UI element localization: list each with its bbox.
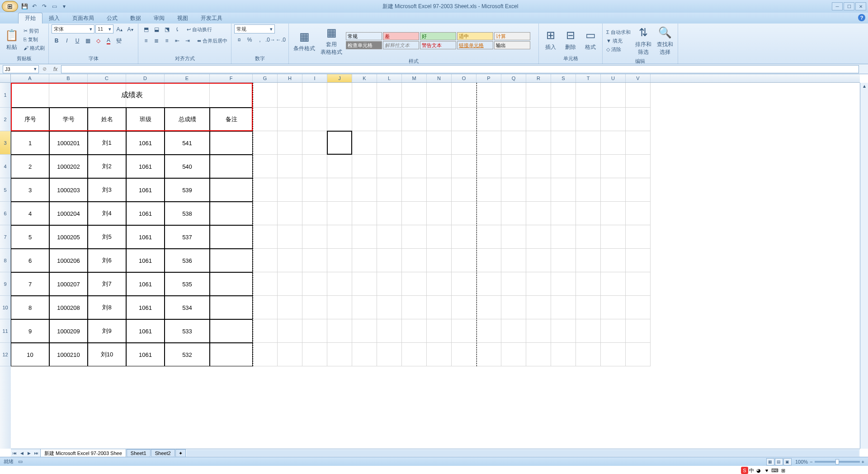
table-cell-r5-c4[interactable]: 539 bbox=[165, 178, 210, 202]
table-cell-r5-c1[interactable]: 1000203 bbox=[49, 178, 88, 202]
sheet-tab-2[interactable]: Sheet1 bbox=[127, 449, 151, 457]
cell-T4[interactable] bbox=[576, 155, 601, 178]
table-cell-r6-c3[interactable]: 1061 bbox=[126, 202, 165, 225]
insert-cells-button[interactable]: ⊞插入 bbox=[542, 27, 560, 52]
cell-Q10[interactable] bbox=[501, 296, 526, 319]
table-cell-r8-c2[interactable]: 刘6 bbox=[88, 249, 126, 272]
cell-I10[interactable] bbox=[302, 296, 327, 319]
cell-G10[interactable] bbox=[253, 296, 278, 319]
cell-S3[interactable] bbox=[551, 131, 576, 155]
cell-N1[interactable] bbox=[427, 83, 452, 108]
cut-button[interactable]: ✂剪切 bbox=[23, 27, 46, 35]
cell-L10[interactable] bbox=[377, 296, 402, 319]
table-cell-r6-c5[interactable] bbox=[210, 202, 253, 225]
style-warn[interactable]: 警告文本 bbox=[420, 41, 456, 49]
table-cell-r11-c5[interactable] bbox=[210, 319, 253, 343]
table-cell-r4-c5[interactable] bbox=[210, 155, 253, 178]
cell-S4[interactable] bbox=[551, 155, 576, 178]
col-header-E[interactable]: E bbox=[165, 74, 210, 82]
cell-G11[interactable] bbox=[253, 319, 278, 343]
cell-G12[interactable] bbox=[253, 343, 278, 366]
zoom-slider[interactable] bbox=[815, 461, 860, 463]
cell-H4[interactable] bbox=[278, 155, 302, 178]
cell-Q6[interactable] bbox=[501, 202, 526, 225]
table-title[interactable]: 成绩表 bbox=[11, 83, 253, 108]
cell-K9[interactable] bbox=[352, 272, 377, 296]
cell-I11[interactable] bbox=[302, 319, 327, 343]
col-header-G[interactable]: G bbox=[253, 74, 278, 82]
table-cell-r9-c2[interactable]: 刘7 bbox=[88, 272, 126, 296]
cell-S5[interactable] bbox=[551, 178, 576, 202]
style-output[interactable]: 输出 bbox=[494, 41, 530, 49]
cell-P5[interactable] bbox=[476, 178, 501, 202]
tab-formulas[interactable]: 公式 bbox=[100, 13, 124, 24]
cell-M9[interactable] bbox=[402, 272, 427, 296]
cell-K1[interactable] bbox=[352, 83, 377, 108]
col-header-C[interactable]: C bbox=[88, 74, 126, 82]
table-cell-r12-c3[interactable]: 1061 bbox=[126, 343, 165, 366]
cell-S10[interactable] bbox=[551, 296, 576, 319]
cell-G2[interactable] bbox=[253, 108, 278, 131]
tab-layout[interactable]: 页面布局 bbox=[66, 13, 100, 24]
table-cell-r9-c4[interactable]: 535 bbox=[165, 272, 210, 296]
cell-V4[interactable] bbox=[626, 155, 651, 178]
cell-G3[interactable] bbox=[253, 131, 278, 155]
indent-inc-button[interactable]: ⇥ bbox=[183, 36, 193, 46]
cell-L9[interactable] bbox=[377, 272, 402, 296]
cell-Q2[interactable] bbox=[501, 108, 526, 131]
copy-button[interactable]: ⎘复制 bbox=[23, 36, 46, 43]
cell-R6[interactable] bbox=[526, 202, 551, 225]
row-header-10[interactable]: 10 bbox=[0, 296, 11, 319]
cell-U7[interactable] bbox=[601, 225, 626, 249]
row-header-9[interactable]: 9 bbox=[0, 272, 11, 296]
table-cell-r11-c1[interactable]: 1000209 bbox=[49, 319, 88, 343]
cell-grid[interactable]: 成绩表序号学号姓名班级总成绩备注11000201刘110615412100020… bbox=[11, 83, 860, 449]
cell-K12[interactable] bbox=[352, 343, 377, 366]
select-all-corner[interactable] bbox=[0, 74, 11, 82]
cell-L8[interactable] bbox=[377, 249, 402, 272]
tab-nav-last[interactable]: ⏭ bbox=[33, 450, 40, 457]
comma-button[interactable]: , bbox=[255, 35, 265, 45]
table-cell-r3-c3[interactable]: 1061 bbox=[126, 131, 165, 155]
cell-G9[interactable] bbox=[253, 272, 278, 296]
cell-S6[interactable] bbox=[551, 202, 576, 225]
row-header-2[interactable]: 2 bbox=[0, 108, 11, 131]
table-cell-r7-c5[interactable] bbox=[210, 225, 253, 249]
cell-R9[interactable] bbox=[526, 272, 551, 296]
tab-nav-prev[interactable]: ◀ bbox=[18, 450, 25, 457]
col-header-M[interactable]: M bbox=[402, 74, 427, 82]
sheet-tab-1[interactable]: 新建 Microsoft Excel 97-2003 Shee bbox=[40, 449, 126, 457]
tab-insert[interactable]: 插入 bbox=[42, 13, 66, 24]
underline-button[interactable]: U bbox=[72, 36, 82, 46]
inc-decimal-button[interactable]: .0→ bbox=[265, 35, 275, 45]
style-explain[interactable]: 解释性文本 bbox=[383, 41, 419, 49]
table-cell-r7-c3[interactable]: 1061 bbox=[126, 225, 165, 249]
format-cells-button[interactable]: ▭格式 bbox=[581, 27, 599, 52]
format-painter-button[interactable]: 🖌格式刷 bbox=[23, 44, 46, 52]
table-cell-r3-c4[interactable]: 541 bbox=[165, 131, 210, 155]
table-cell-r6-c2[interactable]: 刘4 bbox=[88, 202, 126, 225]
table-cell-r10-c4[interactable]: 534 bbox=[165, 296, 210, 319]
style-bad[interactable]: 差 bbox=[383, 32, 419, 40]
cell-L4[interactable] bbox=[377, 155, 402, 178]
cell-R5[interactable] bbox=[526, 178, 551, 202]
table-cell-r6-c4[interactable]: 538 bbox=[165, 202, 210, 225]
col-header-N[interactable]: N bbox=[427, 74, 452, 82]
border-button[interactable]: ▦ bbox=[83, 36, 93, 46]
cell-O1[interactable] bbox=[452, 83, 476, 108]
cell-P3[interactable] bbox=[476, 131, 501, 155]
cell-J3[interactable] bbox=[327, 131, 352, 155]
cell-G7[interactable] bbox=[253, 225, 278, 249]
col-header-O[interactable]: O bbox=[452, 74, 476, 82]
qat-undo[interactable]: ↶ bbox=[30, 2, 39, 11]
table-cell-r11-c2[interactable]: 刘9 bbox=[88, 319, 126, 343]
align-right-button[interactable]: ≡ bbox=[162, 36, 172, 46]
table-cell-r10-c2[interactable]: 刘8 bbox=[88, 296, 126, 319]
cell-K11[interactable] bbox=[352, 319, 377, 343]
align-center-button[interactable]: ≣ bbox=[151, 36, 161, 46]
cell-V1[interactable] bbox=[626, 83, 651, 108]
cell-R1[interactable] bbox=[526, 83, 551, 108]
cell-I12[interactable] bbox=[302, 343, 327, 366]
cell-M12[interactable] bbox=[402, 343, 427, 366]
cell-G5[interactable] bbox=[253, 178, 278, 202]
